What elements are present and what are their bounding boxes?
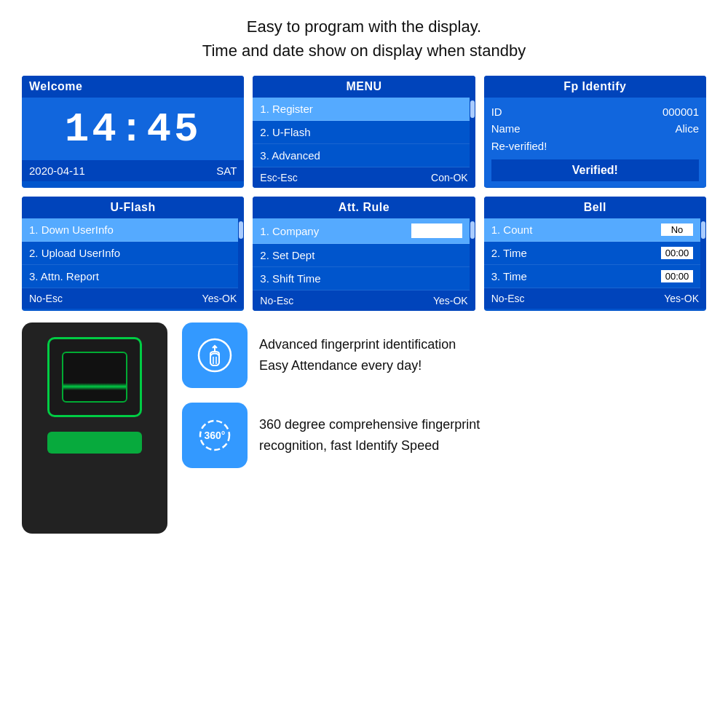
menu-esc[interactable]: Esc-Esc [260, 172, 297, 183]
screens-grid: Welcome 14:45 2020-04-11 SAT MENU 1. Reg… [22, 76, 706, 311]
360-icon: 360° [182, 403, 248, 468]
feature-text-1: Advanced fingerprint identification Easy… [259, 334, 456, 376]
svg-text:360°: 360° [205, 430, 226, 441]
uflash-list-container: 1. Down UserInfo 2. Upload UserInfo 3. A… [22, 218, 244, 288]
uflash-list: 1. Down UserInfo 2. Upload UserInfo 3. A… [22, 218, 238, 288]
fp-scan-line [63, 383, 126, 390]
uflash-footer: No-Esc Yes-OK [22, 288, 244, 309]
bottom-section: Advanced fingerprint identification Easy… [22, 323, 706, 534]
svg-point-0 [199, 339, 231, 371]
bell-item-3[interactable]: 3. Time 00:00 [484, 265, 700, 288]
header-line1: Easy to program with the display. [22, 15, 706, 39]
bell-footer: No-Esc Yes-OK [484, 288, 706, 309]
menu-item-3[interactable]: 3. Advanced [253, 144, 469, 167]
fingerprint-touch-icon [182, 323, 248, 388]
attrule-scrollbar [470, 218, 475, 290]
uflash-scrollbar [238, 218, 244, 288]
bell-value-1[interactable]: No [661, 223, 693, 236]
uflash-item-2[interactable]: 2. Upload UserInfo [22, 242, 238, 265]
uflash-item-3[interactable]: 3. Attn. Report [22, 265, 238, 288]
uflash-screen: U-Flash 1. Down UserInfo 2. Upload UserI… [22, 197, 244, 311]
uflash-title: U-Flash [22, 197, 244, 218]
attrule-title: Att. Rule [253, 197, 475, 218]
attrule-footer: No-Esc Yes-OK [253, 290, 475, 311]
header: Easy to program with the display. Time a… [22, 15, 706, 63]
welcome-date: 2020-04-11 [29, 165, 85, 177]
fp-body: ID 000001 Name Alice Re-verified! Verifi… [484, 98, 706, 187]
menu-list: 1. Register 2. U-Flash 3. Advanced [253, 98, 469, 167]
feature-2-line1: 360 degree comprehensive fingerprint [259, 414, 480, 435]
bell-title: Bell [484, 197, 706, 218]
uflash-scrollbar-thumb [239, 221, 243, 239]
feature-1-line1: Advanced fingerprint identification [259, 334, 456, 355]
bell-ok[interactable]: Yes-OK [664, 293, 699, 304]
feature-item-2: 360° 360 degree comprehensive fingerprin… [182, 403, 706, 468]
attrule-list-container: 1. Company 2. Set Dept 3. Shift Time [253, 218, 475, 290]
att-input-company[interactable] [411, 223, 462, 238]
welcome-day: SAT [216, 165, 237, 177]
fp-name-value: Alice [675, 122, 699, 135]
fp-id-value: 000001 [662, 106, 699, 118]
fp-reverify: Re-verified! [491, 137, 699, 155]
page-container: Easy to program with the display. Time a… [0, 0, 728, 728]
menu-footer: Esc-Esc Con-OK [253, 167, 475, 188]
bell-item-2[interactable]: 2. Time 00:00 [484, 242, 700, 265]
fp-id-row: ID 000001 [491, 103, 699, 120]
uflash-item-1[interactable]: 1. Down UserInfo [22, 218, 238, 242]
device-image [22, 323, 167, 534]
feature-item-1: Advanced fingerprint identification Easy… [182, 323, 706, 388]
att-item-3[interactable]: 3. Shift Time [253, 267, 469, 290]
menu-title: MENU [253, 76, 475, 98]
bell-item-1[interactable]: 1. Count No [484, 218, 700, 242]
uflash-esc[interactable]: No-Esc [29, 293, 63, 304]
feature-2-line2: recognition, fast Identify Speed [259, 435, 480, 456]
welcome-screen: Welcome 14:45 2020-04-11 SAT [22, 76, 244, 188]
attrule-list: 1. Company 2. Set Dept 3. Shift Time [253, 218, 469, 290]
welcome-clock: 14:45 [22, 98, 244, 160]
menu-list-container: 1. Register 2. U-Flash 3. Advanced [253, 98, 475, 167]
features-list: Advanced fingerprint identification Easy… [182, 323, 706, 468]
fp-scanner-inner [62, 352, 127, 403]
fp-title: Fp Identify [484, 76, 706, 98]
bell-screen: Bell 1. Count No 2. Time 00:00 3. Time 0… [484, 197, 706, 311]
uflash-ok[interactable]: Yes-OK [202, 293, 237, 304]
menu-ok[interactable]: Con-OK [431, 172, 468, 183]
menu-screen: MENU 1. Register 2. U-Flash 3. Advanced … [253, 76, 475, 188]
fp-screen: Fp Identify ID 000001 Name Alice Re-veri… [484, 76, 706, 188]
feature-text-2: 360 degree comprehensive fingerprint rec… [259, 414, 480, 456]
attrule-scrollbar-thumb [470, 221, 475, 239]
att-item-2[interactable]: 2. Set Dept [253, 244, 469, 267]
header-line2: Time and date show on display when stand… [22, 39, 706, 63]
att-item-1[interactable]: 1. Company [253, 218, 469, 244]
fp-id-label: ID [491, 106, 502, 118]
fp-verified: Verified! [491, 159, 699, 181]
bell-esc[interactable]: No-Esc [491, 293, 525, 304]
menu-item-1[interactable]: 1. Register [253, 98, 469, 121]
fp-scanner-outer [47, 337, 142, 417]
fp-name-label: Name [491, 122, 521, 135]
attrule-ok[interactable]: Yes-OK [433, 295, 468, 306]
bell-scrollbar [700, 218, 706, 288]
attrule-screen: Att. Rule 1. Company 2. Set Dept 3. Shif… [253, 197, 475, 311]
bell-list: 1. Count No 2. Time 00:00 3. Time 00:00 [484, 218, 700, 288]
fp-button[interactable] [47, 432, 142, 454]
scrollbar-thumb [470, 100, 475, 118]
bell-list-container: 1. Count No 2. Time 00:00 3. Time 00:00 [484, 218, 706, 288]
bell-value-3[interactable]: 00:00 [661, 270, 693, 282]
bell-scrollbar-thumb [701, 221, 705, 239]
menu-scrollbar [470, 98, 475, 167]
bell-value-2[interactable]: 00:00 [661, 247, 693, 259]
feature-1-line2: Easy Attendance every day! [259, 355, 456, 376]
welcome-date-bar: 2020-04-11 SAT [22, 160, 244, 181]
fp-name-row: Name Alice [491, 120, 699, 137]
attrule-esc[interactable]: No-Esc [260, 295, 293, 306]
welcome-title: Welcome [22, 76, 244, 98]
menu-item-2[interactable]: 2. U-Flash [253, 121, 469, 144]
